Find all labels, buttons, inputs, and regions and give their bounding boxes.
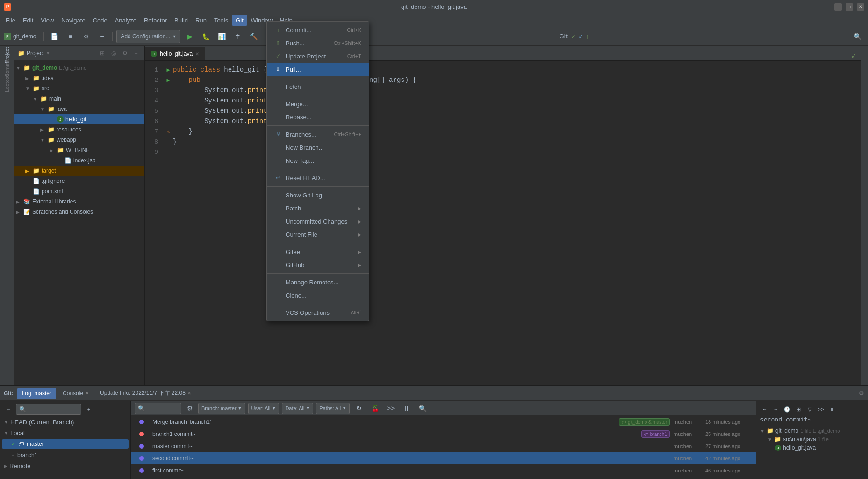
tree-webinf[interactable]: ▶ 📁 WEB-INF [14,145,144,155]
dropdown-reset-head[interactable]: ↩ Reset HEAD... [267,171,369,184]
menu-run[interactable]: Run [192,15,210,26]
detail-filter-button[interactable]: ▽ [805,405,814,414]
dropdown-github[interactable]: GitHub ▶ [267,258,369,271]
tab-hello-git-java[interactable]: J hello_git.java ✕ [145,47,205,60]
tree-pom[interactable]: ▶ 📄 pom.xml [14,186,144,196]
dropdown-branches[interactable]: ⑂ Branches... Ctrl+Shift++ [267,128,369,141]
date-filter[interactable]: Date: All ▼ [282,403,313,414]
git-search-box[interactable]: 🔍 [16,404,81,415]
dropdown-new-tag[interactable]: New Tag... [267,154,369,167]
menu-code[interactable]: Code [89,15,111,26]
dropdown-pull[interactable]: ⇓ Pull... [267,63,369,76]
search-everywhere-button[interactable]: 🔍 [851,30,864,43]
tree-index-jsp[interactable]: ▶ 📄 index.jsp [14,155,144,166]
minimize-panel-button[interactable]: − [95,30,108,43]
git-back-button[interactable]: ← [3,404,14,415]
dropdown-current-file[interactable]: Current File ▶ [267,228,369,241]
tree-src[interactable]: ▼ 📁 src [14,83,144,94]
update-info-close-button[interactable]: ✕ [187,391,191,396]
dropdown-show-git-log[interactable]: Show Git Log [267,189,369,202]
tree-target[interactable]: ▶ 📁 target [14,166,144,176]
detail-more-button[interactable]: >> [816,405,825,414]
commit-second[interactable]: second commit~ muchen 42 minutes ago [131,452,756,464]
warning-gutter-7[interactable]: ⚠ [166,128,170,135]
console-close-button[interactable]: ✕ [85,391,89,396]
commit-merge[interactable]: Merge branch 'branch1' 🏷 git_demo & mast… [131,416,756,428]
tab-close-button[interactable]: ✕ [195,51,199,57]
menu-build[interactable]: Build [171,15,192,26]
tree-scratches[interactable]: ▶ 📝 Scratches and Consoles [14,207,144,217]
collapse-all-button[interactable]: ⊞ [98,49,107,58]
git-settings-button[interactable]: ⚙ [184,403,195,414]
menu-git[interactable]: Git [232,15,247,26]
run-config[interactable]: Add Configuration... ▼ [116,30,180,43]
dropdown-rebase[interactable]: Rebase... [267,110,369,123]
detail-grid-button[interactable]: ⊞ [794,405,803,414]
run-gutter-2[interactable]: ▶ [166,77,170,84]
dropdown-commit[interactable]: ↑ Commit... Ctrl+K [267,23,369,36]
settings-gear-icon[interactable]: ⚙ [859,390,864,397]
tree-root[interactable]: ▼ 📁 git_demo E:\git_demo [14,63,144,73]
minimize-button[interactable]: — [834,3,842,11]
maximize-button[interactable]: □ [846,3,853,11]
tab-console[interactable]: Console ✕ [58,388,93,399]
git-local-section[interactable]: ▼ Local [2,428,129,437]
menu-view[interactable]: View [37,15,57,26]
menu-refactor[interactable]: Refactor [140,15,171,26]
detail-clock-button[interactable]: 🕐 [782,405,792,414]
commit-first[interactable]: first commit~ muchen 46 minutes ago [131,464,756,477]
tree-main[interactable]: ▼ 📁 main [14,94,144,104]
menu-edit[interactable]: Edit [19,15,37,26]
dropdown-push[interactable]: ⇑ Push... Ctrl+Shift+K [267,36,369,50]
detail-git-demo[interactable]: ▼ 📁 git_demo 1 file E:\git_demo [760,427,864,435]
pause-button[interactable]: ⏸ [400,402,413,415]
build-button[interactable]: 🔨 [247,30,260,43]
coverage-button[interactable]: ☂ [231,30,244,43]
cherry-pick-button[interactable]: 🍒 [368,402,381,415]
tree-java[interactable]: ▼ 📁 java [14,104,144,114]
settings-button[interactable]: ⚙ [79,30,93,43]
close-project-button[interactable]: − [131,49,141,58]
commit-search-box[interactable]: 🔍 [135,403,181,414]
dropdown-clone[interactable]: Clone... [267,289,369,302]
branch-branch1[interactable]: ⑂ branch1 [2,450,129,460]
dropdown-fetch[interactable]: Fetch [267,80,369,93]
more-options-button[interactable]: >> [384,402,397,415]
dropdown-update[interactable]: ✓ Update Project... Ctrl+T [267,50,369,63]
add-file-button[interactable]: 📄 [48,30,61,43]
paths-filter[interactable]: Paths: All ▼ [316,403,350,414]
detail-src-main-java[interactable]: ▼ 📁 src\main\java 1 file [760,435,864,443]
tab-update-info[interactable]: Update Info: 2022/11/7 下午 22:08 ✕ [95,388,196,399]
tab-log-master[interactable]: Log: master [17,388,56,399]
user-filter[interactable]: User: All ▼ [248,403,280,414]
detail-back-button[interactable]: ← [760,405,769,414]
detail-expand-button[interactable]: ≡ [827,405,837,414]
tree-hello-git[interactable]: ▶ J hello_git [14,114,144,124]
dropdown-uncommitted[interactable]: Uncommitted Changes ▶ [267,215,369,228]
dropdown-patch[interactable]: Patch ▶ [267,202,369,215]
menu-navigate[interactable]: Navigate [57,15,89,26]
find-button[interactable]: 🔍 [416,402,429,415]
debug-button[interactable]: 🐛 [199,30,212,43]
dropdown-merge[interactable]: Merge... [267,97,369,110]
close-button[interactable]: ✕ [857,3,864,11]
tree-webapp[interactable]: ▼ 📁 webapp [14,135,144,145]
menu-analyze[interactable]: Analyze [111,15,140,26]
locate-file-button[interactable]: ◎ [109,49,118,58]
tree-idea[interactable]: ▶ 📁 .idea [14,73,144,83]
tree-gitignore[interactable]: ▶ 📄 .gitignore [14,176,144,186]
structure-button[interactable]: ≡ [64,30,77,43]
git-head-section[interactable]: ▼ HEAD (Current Branch) [2,418,129,427]
dropdown-manage-remotes[interactable]: Manage Remotes... [267,276,369,289]
git-remote-section[interactable]: ▶ Remote [2,462,129,471]
run-button[interactable]: ▶ [183,30,196,43]
branch-master[interactable]: ✓ 🏷 master [2,439,129,449]
dropdown-vcs-operations[interactable]: VCS Operations Alt+` [267,306,369,319]
project-settings-button[interactable]: ⚙ [120,49,129,58]
profile-button[interactable]: 📊 [215,30,228,43]
sidebar-item-leetcode[interactable]: Leetcode [1,76,13,87]
menu-file[interactable]: File [2,15,19,26]
commit-branch1[interactable]: branch1 commit~ 🏷 branch1 muchen 25 minu… [131,428,756,440]
tree-external-libs[interactable]: ▶ 📚 External Libraries [14,196,144,207]
detail-hello-git-java[interactable]: J hello_git.java [760,443,864,452]
